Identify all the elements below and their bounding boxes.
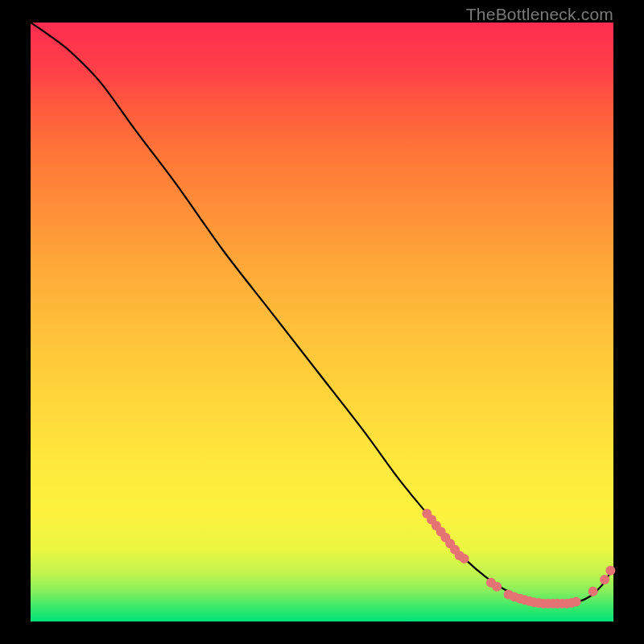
data-marker [572,597,581,606]
plot-svg [31,23,613,621]
chart-frame: TheBottleneck.com [0,0,644,644]
bottleneck-curve [31,23,613,604]
data-markers [422,509,615,609]
data-marker [588,587,598,597]
data-marker [600,575,609,584]
plot-area [31,23,613,621]
watermark-text: TheBottleneck.com [466,5,613,24]
data-marker [460,554,469,564]
data-marker [605,566,615,576]
data-marker [492,582,502,592]
